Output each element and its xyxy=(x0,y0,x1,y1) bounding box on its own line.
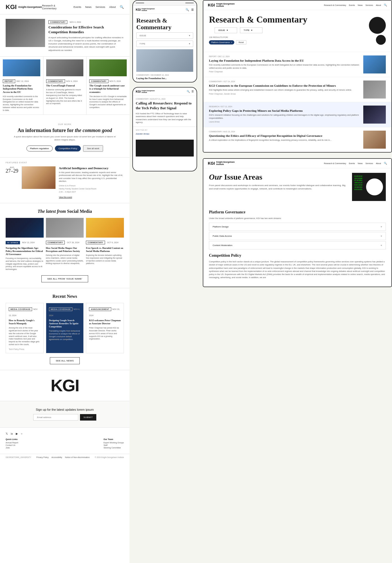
see-all-social-button[interactable]: SEE ALL FROM 'ISSUE NAME' xyxy=(41,275,88,282)
social-card-3[interactable]: COMMENTARY OCT 6, 2024 Free Speech vs. H… xyxy=(86,218,124,271)
nav-research[interactable]: Research & Commentary xyxy=(42,4,70,10)
see-all-news-button[interactable]: SEE ALL NEWS xyxy=(50,357,80,364)
phone-1-issue-filter[interactable]: ISSUE ▾ xyxy=(136,32,193,39)
kgi-logo-icon: KGI xyxy=(6,3,17,11)
phone-menu-icon[interactable]: ☰ xyxy=(191,8,194,11)
footer-expert-groups[interactable]: Expert Working Groups xyxy=(103,442,124,444)
platform-governance-chip[interactable]: Platform Governance × xyxy=(209,40,234,44)
card-3[interactable]: COMMENTARYNOV 5, 2024 The Google search … xyxy=(86,57,130,115)
desktop-1-logo[interactable]: KGI Knight-GeorgetownInstitute xyxy=(208,3,235,8)
footer-annual-report[interactable]: Annual Report xyxy=(6,442,18,444)
nav-news[interactable]: News xyxy=(85,6,92,8)
phone-2-search-icon[interactable]: 🔍 xyxy=(187,90,190,93)
news-card-3[interactable]: ANNOUNCEMENTNOV 20, 2024 KGI welcomes Pe… xyxy=(86,303,124,353)
social-card-1[interactable]: AI / ETHICS NOV 13, 2024 Navigating the … xyxy=(6,218,44,271)
phone-type-label: TYPE xyxy=(139,43,145,45)
newsletter-submit-button[interactable]: SUBMIT xyxy=(80,414,96,421)
desktop-1-nav-events[interactable]: Events xyxy=(349,4,355,6)
nav-services[interactable]: Services xyxy=(95,6,105,8)
social-card-1-title[interactable]: Navigating the Algorithmic Age: Policy R… xyxy=(6,247,44,256)
desktop-1-search-icon[interactable]: 🔍 xyxy=(384,4,387,6)
desktop-article-3-title[interactable]: Exploring Policy Gaps in Protecting Mino… xyxy=(209,109,360,113)
news-card-2[interactable]: MEDIA COVERAGENOV 4, 2024 Designing Goog… xyxy=(46,303,84,353)
mission-title: An information future for the common goo… xyxy=(11,128,118,133)
phone-search-icon[interactable]: 🔍 xyxy=(186,8,189,11)
content-moderation-expand[interactable]: Content Moderation + xyxy=(209,241,386,249)
desktop-1-nav-services[interactable]: Services xyxy=(366,4,373,6)
phone-1-logo-icon: KGI xyxy=(136,8,141,11)
desktop-2-search-icon[interactable]: 🔍 xyxy=(384,162,387,165)
content-moderation-label: Content Moderation xyxy=(213,244,232,247)
phone-2-author[interactable]: Zander Arnao xyxy=(133,132,197,137)
social-card-2-title[interactable]: How Social Media Shapes Our Perceptions … xyxy=(46,247,84,253)
desktop-2-nav-news[interactable]: News xyxy=(358,162,363,164)
desktop-article-row-2[interactable]: COMMENTARY / OCT 24, 2024 KGI Comments t… xyxy=(203,77,391,102)
desktop-2-nav-services[interactable]: Services xyxy=(366,162,373,164)
footer-privacy[interactable]: Privacy Policy xyxy=(36,456,49,458)
desktop-article-row-4[interactable]: COMMENTARY / AUG 23, 2024 Questioning th… xyxy=(203,127,391,152)
news-2-title[interactable]: Designing Google Search Antitrust Remedi… xyxy=(49,319,81,328)
desktop-1-issue-filter[interactable]: ISSUE ▾ xyxy=(215,27,237,33)
desktop-1-nav-news[interactable]: News xyxy=(358,4,363,6)
social-card-2[interactable]: COMMENTARY OCT 28, 2024 How Social Media… xyxy=(46,218,84,271)
chip-close-icon[interactable]: × xyxy=(231,41,232,43)
event-content: AUG 27–29 Artificial Intelligence and De… xyxy=(6,166,124,199)
footer-nondiscrimination[interactable]: Notice of Non-discrimination xyxy=(65,456,90,458)
footer-georgetown: GEORGETOWN_UNIVERSITY xyxy=(6,456,31,459)
phone-1-article-title[interactable]: Laying the Foundation for... xyxy=(133,77,197,82)
desktop-1-issue-chevron: ▾ xyxy=(227,29,228,32)
footer-contact[interactable]: Contact Us xyxy=(6,444,18,446)
desktop-article-row-1[interactable]: REPORT / DEC 12, 2024 Laying the Foundat… xyxy=(203,52,391,77)
platform-design-expand[interactable]: Platform Design + xyxy=(209,223,386,231)
footer-staff[interactable]: Staff xyxy=(103,444,124,446)
desktop-2-nav-research[interactable]: Research & Commentary xyxy=(324,162,346,164)
reset-chip[interactable]: Reset xyxy=(236,40,246,44)
event-location-type: Online & In-Person xyxy=(59,185,124,187)
desktop-2-nav-about[interactable]: About xyxy=(376,162,381,164)
public-data-access-expand[interactable]: Public Data Access + xyxy=(209,232,386,240)
footer-quick-links: Quick Links Annual Report Contact Us Job… xyxy=(6,438,18,449)
card-2-title[interactable]: The CrowdTangle Funeral xyxy=(46,84,84,88)
linkedin-icon[interactable]: in xyxy=(11,432,13,435)
circle-icon[interactable]: ○ xyxy=(21,432,23,435)
event-view-link[interactable]: View this event xyxy=(59,196,72,198)
nav-about[interactable]: About xyxy=(109,6,116,8)
nav-logo[interactable]: KGI Knight-Georgetown xyxy=(6,3,42,11)
card-2[interactable]: COMMENTARYNOV 4, 2024 The CrowdTangle Fu… xyxy=(43,57,87,115)
desktop-2-logo[interactable]: KGI Knight-GeorgetownInstitute xyxy=(208,161,235,166)
social-card-3-title[interactable]: Free Speech vs. Harmful Content on Socia… xyxy=(86,247,124,253)
desktop-article-row-3[interactable]: RESEARCH / OCT 12, 2024 Exploring Policy… xyxy=(203,102,391,127)
phone-1-status-bar xyxy=(133,1,197,6)
news-1-body: Among the one of the most significant te… xyxy=(9,327,41,346)
news-3-title[interactable]: KGI welcomes Peter Chapman as Associate … xyxy=(89,319,121,325)
phone-1-type-filter[interactable]: TYPE ▾ xyxy=(136,41,193,47)
card-1[interactable]: REPORTDEC 12, 2024 Laying the Foundation… xyxy=(0,57,43,115)
card-1-title[interactable]: Laying the Foundation for Independent Pl… xyxy=(3,84,40,94)
competition-policy-button[interactable]: Competition Policy xyxy=(55,146,81,151)
news-card-1[interactable]: MEDIA COVERAGENOV 13, 2024 How to Remedy… xyxy=(6,303,44,353)
footer-jobs[interactable]: Jobs xyxy=(6,447,18,449)
phone-2-menu-icon[interactable]: ☰ xyxy=(191,90,194,93)
event-title[interactable]: Artificial Intelligence and Democracy xyxy=(59,166,124,170)
desktop-2-nav-events[interactable]: Events xyxy=(349,162,355,164)
desktop-article-4-title[interactable]: Questioning the Ethics and Efficacy of F… xyxy=(209,134,360,138)
desktop-1-type-filter[interactable]: TYPE ▾ xyxy=(240,27,262,33)
newsletter-email-input[interactable] xyxy=(33,414,78,421)
footer-steering[interactable]: Steering Committee xyxy=(103,447,124,449)
youtube-icon[interactable]: ▶ xyxy=(16,432,18,435)
desktop-article-1-title[interactable]: Laying the Foundation for Independent Pl… xyxy=(209,59,360,62)
card-3-title[interactable]: The Google search antitrust case is a tr… xyxy=(89,84,127,94)
desktop-1-nav-about[interactable]: About xyxy=(376,4,381,6)
footer-accessibility[interactable]: Accessibility xyxy=(52,456,62,458)
desktop-article-4-badge: COMMENTARY / AUG 23, 2024 xyxy=(209,131,360,133)
middle-column: KGI Knight-GeorgetownInstitute 🔍 ☰ Resea… xyxy=(132,0,197,176)
hero-title[interactable]: Considerations for Effective Search Comp… xyxy=(48,25,124,35)
search-icon[interactable]: 🔍 xyxy=(120,5,124,9)
desktop-1-nav-research[interactable]: Research & Commentary xyxy=(324,4,346,6)
news-1-title[interactable]: How to Remedy Google's Search Monopoly xyxy=(9,319,41,325)
twitter-icon[interactable]: 𝕏 xyxy=(6,432,8,435)
see-all-work-button[interactable]: See all work xyxy=(83,145,103,152)
nav-events[interactable]: Events xyxy=(74,6,81,8)
platform-regulation-button[interactable]: Platform regulation xyxy=(26,146,53,151)
desktop-article-2-title[interactable]: KGI Comments to the European Commission … xyxy=(209,84,360,88)
